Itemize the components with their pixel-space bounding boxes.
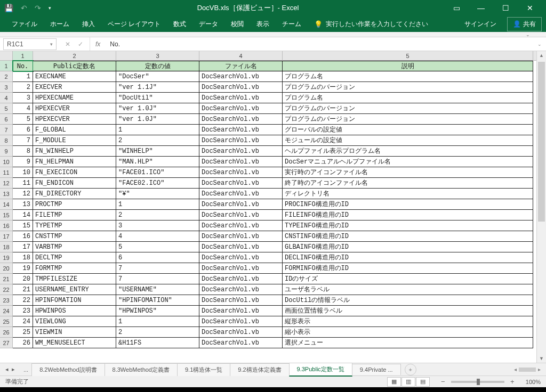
cell-name[interactable]: FORMTMP	[33, 263, 116, 274]
cell-file[interactable]: DocSearchVol.vb	[199, 274, 283, 284]
cell-val[interactable]: 1	[116, 316, 199, 327]
row-header[interactable]: 9	[0, 146, 13, 157]
row-header[interactable]: 18	[0, 242, 13, 252]
col-header-3[interactable]: 3	[116, 51, 199, 60]
cell-no[interactable]: 3	[13, 93, 33, 103]
cell-val[interactable]: &H11FS	[116, 338, 199, 348]
cell-val[interactable]: 7	[116, 274, 199, 284]
cell-name[interactable]: HPEXECNAME	[33, 93, 116, 103]
cell-desc[interactable]: プログラムのバージョン	[283, 82, 533, 93]
cell-name[interactable]: FILETMP	[33, 210, 116, 220]
col-header-2[interactable]: 2	[33, 51, 116, 60]
cell-name[interactable]: PROCTMP	[33, 199, 116, 210]
cell-desc[interactable]: モジュールの設定値	[283, 135, 533, 146]
cell-desc[interactable]: DECLINFO構造用のID	[283, 252, 533, 263]
cell-name[interactable]: HPEXECVER	[33, 103, 116, 114]
cell-name[interactable]: TYPETMP	[33, 220, 116, 231]
cell-name[interactable]: USERNAME_ENTRY	[33, 284, 116, 295]
cell-name[interactable]: WM_MENUSELECT	[33, 338, 116, 348]
cell-file[interactable]: DocSearchVol.vb	[199, 71, 283, 82]
cell-desc[interactable]: グローバルの設定値	[283, 125, 533, 135]
cell-desc[interactable]: プログラム名	[283, 71, 533, 82]
cell-name[interactable]: FN_ENDICON	[33, 178, 116, 189]
row-header[interactable]: 19	[0, 252, 13, 263]
cell-file[interactable]: DocSearchVol.vb	[199, 295, 283, 306]
row-header[interactable]: 14	[0, 199, 13, 210]
cell-file[interactable]: DocSearchVol.vb	[199, 167, 283, 178]
cell-val[interactable]: 6	[116, 252, 199, 263]
row-header[interactable]: 12	[0, 178, 13, 189]
row-header[interactable]: 10	[0, 157, 13, 167]
cell-val[interactable]: 4	[116, 231, 199, 242]
zoom-level[interactable]: 100%	[526, 379, 541, 385]
cell-val[interactable]: 2	[116, 135, 199, 146]
cell-desc[interactable]: 縮小表示	[283, 327, 533, 338]
enter-formula-icon[interactable]: ✓	[78, 40, 83, 48]
sheet-tab-9-4[interactable]: 9.4Private ...	[352, 364, 401, 375]
cell-desc[interactable]: ヘルプファイル表示プログラム名	[283, 146, 533, 157]
cancel-formula-icon[interactable]: ✕	[65, 40, 70, 48]
redo-icon[interactable]: ↷	[35, 4, 41, 12]
cell-no[interactable]: 21	[13, 284, 33, 295]
formula-bar-expand-icon[interactable]: ⌄	[533, 42, 546, 47]
cell-name[interactable]: VIEWLONG	[33, 316, 116, 327]
sheet-tab-8-3[interactable]: 8.3WebMethod定義書	[105, 363, 178, 376]
cell-file[interactable]: DocSearchVol.vb	[199, 103, 283, 114]
tab-overflow-left[interactable]: ...	[20, 366, 31, 373]
cell-desc[interactable]: TYPEINFO構造用のID	[283, 220, 533, 231]
scroll-down-icon[interactable]: ▼	[537, 354, 546, 363]
row-header[interactable]: 26	[0, 327, 13, 338]
cell-desc[interactable]: DocSerマニュアルヘルプファイル名	[283, 157, 533, 167]
sheet-tab-9-1[interactable]: 9.1構造体一覧	[177, 363, 230, 376]
vertical-scrollbar[interactable]: ▲ ▼	[536, 51, 546, 363]
name-box[interactable]: R1C1 ▾	[3, 38, 57, 50]
cell-val[interactable]: 2	[116, 210, 199, 220]
cell-val[interactable]: 1	[116, 125, 199, 135]
cell-file[interactable]: DocSearchVol.vb	[199, 338, 283, 348]
row-header[interactable]: 27	[0, 338, 13, 348]
sign-in-button[interactable]: サインイン	[458, 17, 503, 32]
cell-no[interactable]: 14	[13, 210, 33, 220]
cell-no[interactable]: 19	[13, 263, 33, 274]
cell-no[interactable]: 25	[13, 327, 33, 338]
cell-no[interactable]: 17	[13, 242, 33, 252]
share-button[interactable]: 👤 共有	[507, 17, 542, 31]
cell-desc[interactable]: 縦形表示	[283, 316, 533, 327]
sheet-tab-9-2[interactable]: 9.2構造体定義書	[230, 363, 289, 376]
cell-file[interactable]: DocSearchVol.vb	[199, 316, 283, 327]
cell-val[interactable]: 2	[116, 327, 199, 338]
row-header[interactable]: 17	[0, 231, 13, 242]
cell-no[interactable]: 8	[13, 146, 33, 157]
cell-no[interactable]: 5	[13, 114, 33, 125]
row-header[interactable]: 21	[0, 274, 13, 284]
cell-no[interactable]: 10	[13, 167, 33, 178]
zoom-in-button[interactable]: +	[509, 378, 516, 386]
scrollbar-thumb[interactable]	[538, 62, 545, 222]
cell-desc[interactable]: 選択メニュー	[283, 338, 533, 348]
cell-desc[interactable]: プログラムのバージョン	[283, 103, 533, 114]
cell-val[interactable]: "HPWINPOS"	[116, 306, 199, 316]
cell-file[interactable]: DocSearchVol.vb	[199, 284, 283, 295]
cell-name[interactable]: DECLTMP	[33, 252, 116, 263]
cell-file[interactable]: DocSearchVol.vb	[199, 146, 283, 157]
cell-header-desc[interactable]: 説明	[283, 61, 533, 71]
cell-file[interactable]: DocSearchVol.vb	[199, 199, 283, 210]
zoom-track[interactable]	[451, 381, 504, 383]
worksheet-grid[interactable]: 1 2 3 4 5 1No.Public定数名定数の値ファイル名説明21EXEC…	[0, 51, 536, 363]
cell-name[interactable]: FN_DIRECTORY	[33, 189, 116, 199]
cell-no[interactable]: 26	[13, 338, 33, 348]
tab-review[interactable]: 校閲	[224, 17, 250, 32]
cell-val[interactable]: 3	[116, 220, 199, 231]
scroll-up-icon[interactable]: ▲	[537, 51, 546, 60]
cell-file[interactable]: DocSearchVol.vb	[199, 125, 283, 135]
cell-val[interactable]: "FACE02.ICO"	[116, 178, 199, 189]
cell-val[interactable]: "ver 1.1J"	[116, 82, 199, 93]
save-icon[interactable]: 💾	[4, 4, 13, 12]
cell-desc[interactable]: ユーザ名ラベル	[283, 284, 533, 295]
tab-nav-prev-icon[interactable]: ◂	[4, 366, 10, 373]
fx-icon[interactable]: fx	[90, 40, 106, 48]
new-sheet-button[interactable]: +	[405, 364, 416, 375]
cell-file[interactable]: DocSearchVol.vb	[199, 93, 283, 103]
tab-view[interactable]: 表示	[250, 17, 276, 32]
cell-name[interactable]: EXECNAME	[33, 71, 116, 82]
